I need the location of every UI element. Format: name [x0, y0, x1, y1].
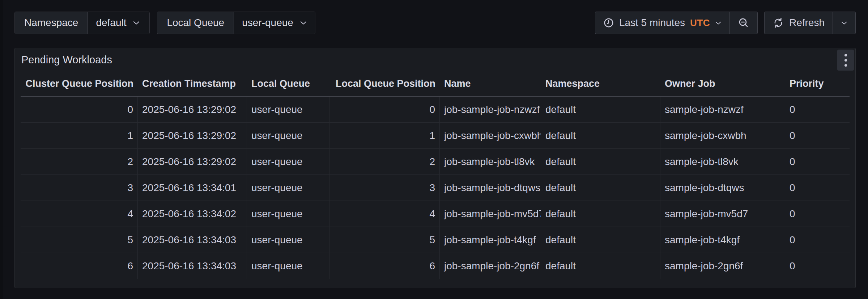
column-header-namespace[interactable]: Namespace — [541, 78, 660, 89]
table-row: 32025-06-16 13:34:01user-queue3job-sampl… — [21, 175, 850, 201]
table-cell: 1 — [329, 123, 440, 148]
table-row: 42025-06-16 13:34:02user-queue4job-sampl… — [21, 201, 850, 227]
column-header-priority[interactable]: Priority — [785, 78, 850, 89]
table-cell: user-queue — [247, 201, 329, 227]
pending-workloads-panel: Pending Workloads Cluster Queue Position… — [14, 48, 856, 288]
table-cell: 3 — [329, 175, 440, 201]
time-range-picker-button[interactable]: Last 5 minutes UTC — [595, 12, 729, 34]
table-cell: job-sample-job-cxwbh — [440, 123, 541, 148]
time-zoom-out-button[interactable] — [729, 12, 757, 34]
table-cell: user-queue — [247, 123, 329, 148]
table-row: 02025-06-16 13:29:02user-queue0job-sampl… — [21, 97, 850, 123]
filter-local-queue-label: Local Queue — [157, 12, 234, 34]
filter-local-queue: Local Queue user-queue — [157, 12, 315, 34]
table-cell: 0 — [785, 227, 850, 253]
table-cell: default — [541, 97, 660, 122]
column-header-local-queue-position[interactable]: Local Queue Position — [329, 78, 440, 89]
table-cell: 0 — [785, 123, 850, 148]
refresh-group: Refresh — [764, 12, 856, 34]
table-cell: default — [541, 253, 660, 279]
chevron-down-icon — [133, 21, 140, 25]
table-cell: 3 — [21, 175, 138, 201]
table-cell: 5 — [21, 227, 138, 253]
table-cell: 6 — [21, 253, 138, 279]
table-cell: sample-job-2gn6f — [660, 253, 785, 279]
chevron-down-icon — [715, 21, 722, 25]
table-cell: 2025-06-16 13:29:02 — [138, 149, 247, 174]
filter-namespace: Namespace default — [14, 12, 150, 34]
table-cell: 0 — [785, 201, 850, 227]
table-cell: 4 — [21, 201, 138, 227]
table-cell: user-queue — [247, 253, 329, 279]
table-cell: 6 — [329, 253, 440, 279]
table-cell: default — [541, 227, 660, 253]
table-cell: sample-job-dtqws — [660, 175, 785, 201]
column-header-name[interactable]: Name — [440, 78, 541, 89]
table-cell: 0 — [785, 253, 850, 279]
table-cell: 0 — [21, 97, 138, 122]
table-cell: 0 — [785, 149, 850, 174]
table-cell: 2025-06-16 13:34:02 — [138, 201, 247, 227]
table-cell: 2025-06-16 13:34:03 — [138, 227, 247, 253]
timezone-label: UTC — [690, 17, 710, 29]
table-cell: 5 — [329, 227, 440, 253]
table-cell: 2 — [329, 149, 440, 174]
column-header-cluster-queue-position[interactable]: Cluster Queue Position — [21, 78, 138, 89]
panel-menu-button[interactable] — [837, 50, 854, 71]
column-header-creation-timestamp[interactable]: Creation Timestamp — [138, 78, 247, 89]
chevron-down-icon — [300, 21, 307, 25]
variable-filters: Namespace default Local Queue user-queue — [14, 12, 315, 34]
time-range-label: Last 5 minutes — [619, 17, 685, 29]
table-cell: default — [541, 123, 660, 148]
table-cell: job-sample-job-t4kgf — [440, 227, 541, 253]
table-cell: default — [541, 149, 660, 174]
column-header-local-queue[interactable]: Local Queue — [247, 78, 329, 89]
panel-header: Pending Workloads — [15, 48, 855, 71]
refresh-label: Refresh — [789, 17, 825, 29]
table-cell: sample-job-nzwzf — [660, 97, 785, 122]
table-cell: 2025-06-16 13:29:02 — [138, 123, 247, 148]
clock-icon — [603, 17, 614, 28]
table-cell: job-sample-job-2gn6f — [440, 253, 541, 279]
table-cell: 0 — [785, 175, 850, 201]
table-cell: 1 — [21, 123, 138, 148]
table-cell: 2025-06-16 13:34:01 — [138, 175, 247, 201]
kebab-vertical-icon — [844, 54, 847, 56]
filter-local-queue-select[interactable]: user-queue — [234, 12, 315, 34]
table-cell: 2025-06-16 13:34:03 — [138, 253, 247, 279]
dashboard-left-edge — [0, 0, 3, 299]
table-cell: 2 — [21, 149, 138, 174]
filter-namespace-select[interactable]: default — [88, 12, 149, 34]
table-cell: default — [541, 175, 660, 201]
filter-local-queue-value: user-queue — [242, 17, 293, 29]
table-row: 12025-06-16 13:29:02user-queue1job-sampl… — [21, 123, 850, 149]
table-cell: user-queue — [247, 175, 329, 201]
refresh-icon — [773, 17, 784, 29]
table-cell: 2025-06-16 13:29:02 — [138, 97, 247, 122]
panel-title: Pending Workloads — [21, 54, 112, 66]
table-cell: job-sample-job-mv5d7 — [440, 201, 541, 227]
table-cell: sample-job-t4kgf — [660, 227, 785, 253]
table-cell: sample-job-mv5d7 — [660, 201, 785, 227]
time-picker-group: Last 5 minutes UTC — [595, 12, 758, 34]
table-body: 02025-06-16 13:29:02user-queue0job-sampl… — [21, 97, 850, 279]
chevron-down-icon — [841, 21, 847, 25]
filter-namespace-label: Namespace — [15, 12, 88, 34]
table-cell: job-sample-job-tl8vk — [440, 149, 541, 174]
table-cell: user-queue — [247, 149, 329, 174]
table-row: 22025-06-16 13:29:02user-queue2job-sampl… — [21, 149, 850, 175]
pending-workloads-table: Cluster Queue PositionCreation Timestamp… — [21, 71, 850, 279]
table-cell: 0 — [329, 97, 440, 122]
refresh-button[interactable]: Refresh — [765, 12, 833, 34]
refresh-interval-dropdown[interactable] — [833, 12, 855, 34]
table-cell: user-queue — [247, 97, 329, 122]
table-row: 52025-06-16 13:34:03user-queue5job-sampl… — [21, 227, 850, 253]
table-cell: job-sample-job-dtqws — [440, 175, 541, 201]
column-header-owner-job[interactable]: Owner Job — [660, 78, 785, 89]
time-controls: Last 5 minutes UTC Refresh — [595, 12, 856, 34]
table-cell: job-sample-job-nzwzf — [440, 97, 541, 122]
filter-namespace-value: default — [96, 17, 126, 29]
dashboard-toolbar: Namespace default Local Queue user-queue… — [14, 12, 856, 34]
magnifier-minus-icon — [738, 17, 749, 29]
table-header-row: Cluster Queue PositionCreation Timestamp… — [21, 71, 850, 97]
